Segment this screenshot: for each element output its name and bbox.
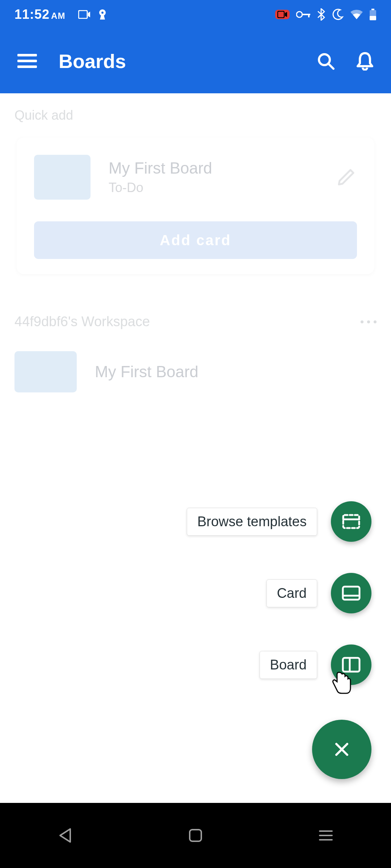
add-card-button[interactable]: Add card (34, 221, 357, 259)
fab-item-board[interactable]: Board (260, 644, 371, 685)
record-icon (275, 10, 290, 19)
workspace-header: 44f9dbf6's Workspace (0, 274, 391, 340)
template-icon[interactable] (331, 501, 371, 542)
quick-add-label: Quick add (0, 93, 391, 134)
card-icon[interactable] (331, 573, 371, 613)
workspace-more-icon[interactable] (361, 320, 377, 323)
svg-line-12 (329, 64, 333, 69)
video-icon (78, 10, 91, 19)
svg-rect-13 (343, 515, 359, 528)
svg-rect-9 (17, 60, 37, 62)
svg-point-2 (297, 12, 302, 17)
status-time-value: 11:52 (14, 7, 50, 22)
svg-rect-21 (190, 830, 201, 841)
svg-rect-5 (371, 9, 374, 10)
notifications-icon[interactable] (356, 52, 374, 71)
quick-add-card: My First Board To-Do Add card (17, 137, 374, 274)
search-icon[interactable] (317, 52, 335, 70)
wifi-icon (350, 10, 363, 19)
dnd-moon-icon (332, 8, 344, 21)
nav-home-button[interactable] (181, 821, 210, 850)
nav-recents-button[interactable] (311, 821, 340, 850)
edit-icon[interactable] (335, 166, 357, 188)
quick-add-board-list: To-Do (109, 180, 317, 195)
board-row-title: My First Board (95, 363, 198, 381)
battery-icon (369, 9, 377, 20)
system-nav-bar (0, 803, 391, 868)
fab-label-card: Card (266, 579, 317, 607)
fab-label-board: Board (260, 651, 317, 679)
app-bar: Boards (0, 29, 391, 93)
menu-icon[interactable] (17, 54, 37, 68)
status-bar: 11:52AM (0, 0, 391, 29)
svg-rect-17 (343, 658, 360, 672)
bluetooth-icon (317, 8, 325, 21)
board-thumbnail (34, 155, 91, 200)
nav-back-button[interactable] (51, 821, 80, 850)
board-thumbnail (14, 351, 77, 392)
status-left: 11:52AM (14, 7, 109, 22)
content: Quick add My First Board To-Do Add card … (0, 93, 391, 403)
board-icon[interactable] (331, 644, 371, 685)
svg-rect-7 (370, 16, 376, 20)
quick-add-board-title: My First Board (109, 159, 317, 177)
fab-menu: Browse templates Card Board (187, 501, 371, 779)
workspace-name: 44f9dbf6's Workspace (14, 314, 150, 329)
vpn-key-icon (296, 10, 311, 18)
fab-label-templates: Browse templates (187, 508, 317, 536)
status-time-ampm: AM (51, 11, 65, 21)
svg-rect-8 (17, 54, 37, 56)
fab-close-button[interactable] (312, 720, 371, 779)
board-list-item[interactable]: My First Board (0, 340, 391, 403)
svg-rect-0 (79, 10, 87, 18)
status-time: 11:52AM (14, 7, 65, 22)
hotspot-icon (96, 9, 109, 20)
status-right (275, 8, 377, 21)
fab-item-templates[interactable]: Browse templates (187, 501, 371, 542)
svg-rect-10 (17, 65, 37, 68)
page-title: Boards (59, 50, 126, 72)
svg-rect-4 (308, 14, 310, 17)
svg-rect-15 (343, 587, 360, 600)
fab-item-card[interactable]: Card (266, 573, 371, 613)
svg-rect-1 (278, 11, 284, 18)
